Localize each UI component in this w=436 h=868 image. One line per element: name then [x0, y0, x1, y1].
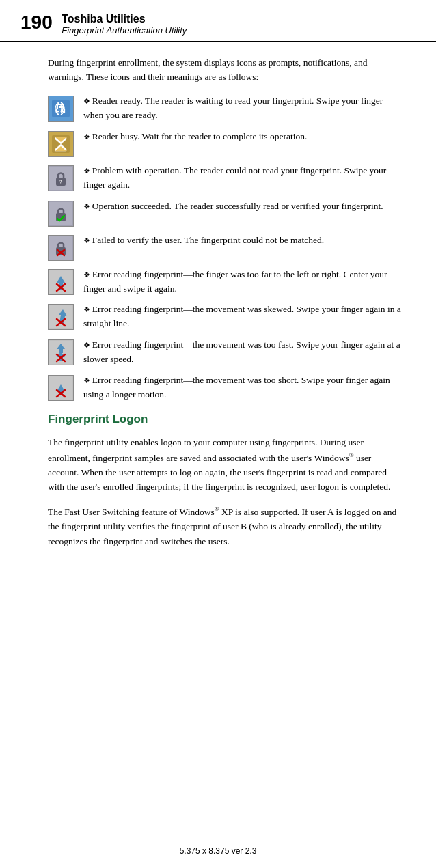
list-item: Error reading fingerprint—the movement w…: [48, 303, 402, 331]
error-fast-icon: [48, 339, 74, 365]
main-content: During fingerprint enrollment, the syste…: [0, 42, 436, 572]
reader-busy-icon: [48, 131, 74, 157]
section-paragraph-2: The Fast User Switching feature of Windo…: [48, 504, 402, 548]
problem-icon: ?: [48, 165, 74, 191]
success-icon: [48, 201, 74, 227]
footer-text: 5.375 x 8.375 ver 2.3: [180, 846, 257, 856]
list-item: ? Problem with operation. The reader cou…: [48, 164, 402, 193]
reader-ready-text: Reader ready. The reader is waiting to r…: [83, 94, 402, 123]
error-skew-icon: [48, 304, 74, 330]
error-fast-text: Error reading fingerprint—the movement w…: [83, 338, 402, 367]
list-item: Error reading fingerprint—the movement w…: [48, 374, 402, 402]
failed-text: Failed to verify the user. The fingerpri…: [83, 234, 402, 248]
list-item: Failed to verify the user. The fingerpri…: [48, 234, 402, 261]
error-skew-text: Error reading fingerprint—the movement w…: [83, 303, 402, 331]
list-item: Error reading fingerprint—the finger was…: [48, 268, 402, 296]
page-footer: 5.375 x 8.375 ver 2.3: [0, 846, 436, 856]
intro-paragraph: During fingerprint enrollment, the syste…: [48, 56, 402, 85]
failed-icon: [48, 235, 74, 261]
svg-rect-14: [56, 247, 66, 255]
icon-list: 🖷 Reader ready. The reader is waiting to…: [48, 94, 402, 402]
error-lr-text: Error reading fingerprint—the finger was…: [83, 268, 402, 296]
header-titles: Toshiba Utilities Fingerprint Authentica…: [62, 12, 187, 37]
section-heading: Fingerprint Logon: [48, 412, 402, 427]
list-item: Operation succeeded. The reader successf…: [48, 199, 402, 227]
list-item: Error reading fingerprint—the movement w…: [48, 338, 402, 367]
error-lr-icon: [48, 269, 74, 295]
page-number: 190: [21, 12, 53, 33]
error-short-text: Error reading fingerprint—the movement w…: [83, 374, 402, 402]
reader-busy-text: Reader busy. Wait for the reader to comp…: [83, 130, 402, 144]
reader-ready-icon: 🖷: [48, 96, 74, 122]
success-text: Operation succeeded. The reader successf…: [83, 199, 402, 214]
page-container: 190 Toshiba Utilities Fingerprint Authen…: [0, 0, 436, 868]
list-item: 🖷 Reader ready. The reader is waiting to…: [48, 94, 402, 123]
svg-text:?: ?: [59, 180, 62, 186]
header-title-main: Toshiba Utilities: [62, 12, 187, 25]
header-title-sub: Fingerprint Authentication Utility: [62, 25, 187, 37]
problem-text: Problem with operation. The reader could…: [83, 164, 402, 193]
list-item: Reader busy. Wait for the reader to comp…: [48, 130, 402, 157]
section-paragraph-1: The fingerprint utility enables logon to…: [48, 435, 402, 494]
error-short-icon: [48, 375, 74, 401]
page-header: 190 Toshiba Utilities Fingerprint Authen…: [0, 0, 436, 42]
